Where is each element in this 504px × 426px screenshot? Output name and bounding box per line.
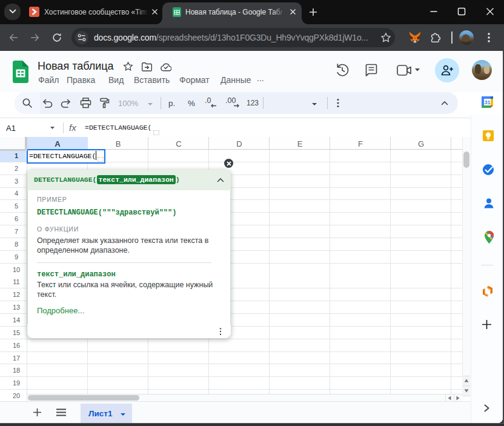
svg-text:31: 31: [484, 99, 490, 105]
